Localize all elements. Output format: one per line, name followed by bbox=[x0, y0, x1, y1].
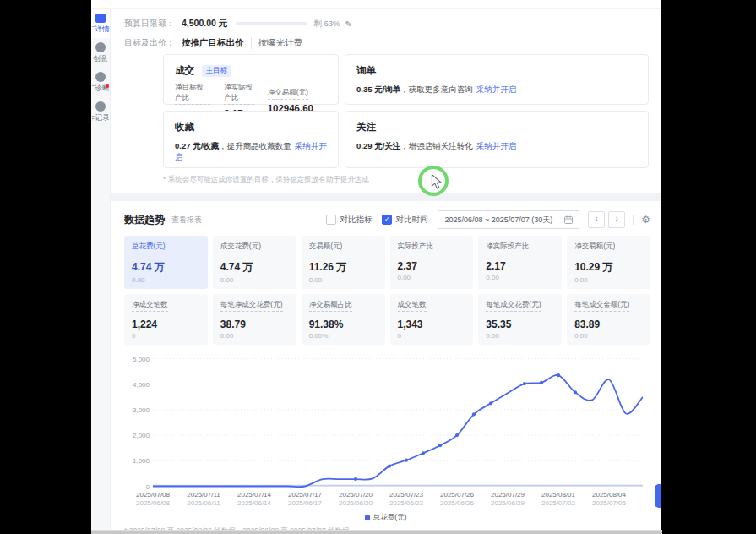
data-point-marker[interactable] bbox=[523, 382, 526, 385]
metric-card-value: 10.29 万 bbox=[574, 260, 643, 275]
x-tick-date-current: 2025/08/01 bbox=[541, 491, 575, 499]
sidebar-item-label: 操作记录 bbox=[92, 113, 110, 122]
x-tick-date-compare: 2025/06/23 bbox=[389, 499, 423, 508]
metric-label: 净交易额(元) bbox=[268, 88, 308, 100]
y-tick-label: 2,000 bbox=[133, 432, 150, 439]
mini-sidebar: 推广详情 创意 推广诊断 操作记录 bbox=[91, 9, 111, 530]
data-point-marker[interactable] bbox=[422, 451, 425, 455]
metric-card-compare-value: 0.00 bbox=[309, 276, 378, 284]
data-point-marker[interactable] bbox=[388, 465, 391, 468]
section-divider bbox=[111, 193, 661, 201]
trend-chart: 01,0002,0003,0004,0005,000 2025/07/08202… bbox=[124, 355, 652, 510]
sidebar-item-label: 创意 bbox=[92, 54, 110, 63]
x-axis-labels: 2025/07/082025/06/082025/07/112025/06/11… bbox=[153, 491, 652, 509]
line-chart-plot bbox=[153, 355, 643, 488]
metric-card[interactable]: 净交易额(元)10.29 万0.00 bbox=[567, 236, 650, 289]
data-point-marker[interactable] bbox=[455, 433, 459, 437]
sidebar-item-diagnosis[interactable]: 推广诊断 bbox=[91, 68, 110, 97]
metric-card[interactable]: 净实际投产比2.170.00 bbox=[478, 236, 562, 289]
floating-side-tab[interactable] bbox=[655, 484, 661, 508]
metric-card[interactable]: 交易额(元)11.26 万0.00 bbox=[302, 236, 385, 289]
metric-card[interactable]: 每笔净成交花费(元)38.790.00 bbox=[213, 294, 296, 345]
metric-label: 净实际投产比 bbox=[224, 83, 253, 105]
x-tick-date-compare: 2025/06/11 bbox=[187, 499, 220, 508]
goal-card-inquiry: 询单 0.35 元/询单，获取更多意向咨询采纳并开启 bbox=[345, 54, 649, 105]
sidebar-item-creative[interactable]: 创意 bbox=[91, 38, 110, 68]
metric-card-value: 91.38% bbox=[309, 319, 378, 330]
date-range-picker[interactable]: 2025/06/08 ~ 2025/07/07 (30天) bbox=[438, 210, 579, 229]
metric-card-label: 交易额(元) bbox=[309, 242, 343, 253]
metric-card-compare-value: 0 bbox=[132, 332, 200, 340]
metric-card[interactable]: 实际投产比2.370.00 bbox=[390, 236, 474, 289]
adopt-enable-link[interactable]: 采纳并开启 bbox=[476, 84, 517, 94]
x-tick-date-current: 2025/07/23 bbox=[389, 491, 423, 499]
budget-value: 4,500.00 元 bbox=[182, 18, 227, 30]
data-point-marker[interactable] bbox=[489, 401, 492, 405]
bulb-icon bbox=[95, 42, 106, 52]
metric-card-value: 35.35 bbox=[486, 319, 554, 330]
metric-card[interactable]: 每笔成交金额(元)83.890.00 bbox=[567, 294, 650, 345]
compare-metric-label: 对比指标 bbox=[340, 215, 372, 226]
data-point-marker[interactable] bbox=[574, 390, 577, 394]
sidebar-item-history[interactable]: 操作记录 bbox=[91, 97, 110, 127]
data-point-marker[interactable] bbox=[540, 381, 543, 384]
tab-bid-by-exposure[interactable]: 按曝光计费 bbox=[251, 37, 303, 49]
clock-icon bbox=[95, 101, 106, 112]
metric-card-label: 净交易额(元) bbox=[574, 242, 615, 253]
goal-price: 0.27 元/收藏 bbox=[175, 141, 219, 150]
metric-card-compare-value: 0.00 bbox=[574, 332, 643, 340]
x-tick-date-compare: 2025/06/26 bbox=[440, 499, 474, 508]
x-tick: 2025/07/172025/06/17 bbox=[288, 491, 322, 508]
data-point-marker[interactable] bbox=[438, 444, 442, 447]
metric-card[interactable]: 总花费(元)4.74 万0.00 bbox=[124, 236, 208, 289]
x-tick: 2025/08/012025/07/02 bbox=[541, 491, 575, 508]
data-point-marker[interactable] bbox=[405, 459, 408, 462]
x-tick-date-compare: 2025/06/20 bbox=[339, 499, 373, 508]
prev-period-button[interactable]: ‹ bbox=[588, 211, 605, 228]
goal-card-follow: 关注 0.29 元/关注，增强店铺关注转化采纳并开启 bbox=[345, 111, 649, 168]
goal-card-favorite: 收藏 0.27 元/收藏，提升商品收藏数量采纳并开启 bbox=[163, 111, 339, 168]
budget-progressbar bbox=[236, 22, 307, 25]
y-tick-label: 1,000 bbox=[133, 457, 150, 465]
adopt-enable-link[interactable]: 采纳并开启 bbox=[476, 141, 517, 150]
budget-label: 预算日限额： bbox=[124, 18, 175, 30]
metric-card-value: 4.74 万 bbox=[220, 260, 289, 275]
tab-bid-by-goal[interactable]: 按推广目标出价 bbox=[182, 37, 244, 49]
compare-metric-checkbox[interactable] bbox=[326, 215, 336, 225]
metric-card[interactable]: 成交笔数1,3430 bbox=[390, 294, 474, 345]
metric-card-compare-value: 0.00% bbox=[309, 332, 378, 340]
calendar-icon bbox=[564, 215, 573, 224]
data-point-marker[interactable] bbox=[557, 373, 560, 377]
x-tick-date-current: 2025/07/11 bbox=[187, 491, 220, 499]
x-tick: 2025/07/112025/06/11 bbox=[187, 491, 220, 508]
metric-card-label: 实际投产比 bbox=[398, 242, 434, 253]
x-tick: 2025/07/232025/06/23 bbox=[389, 491, 423, 508]
x-tick-date-current: 2025/07/26 bbox=[440, 491, 474, 499]
data-point-marker[interactable] bbox=[354, 477, 357, 481]
horizontal-scrollbar[interactable] bbox=[91, 530, 662, 534]
sidebar-item-detail[interactable]: 推广详情 bbox=[91, 9, 110, 38]
y-tick-label: 3,000 bbox=[133, 406, 150, 414]
x-tick: 2025/07/262025/06/26 bbox=[440, 491, 474, 508]
trend-header: 数据趋势 查看报表 对比指标 ✓ 对比时间 2025/06/08 ~ 2025/… bbox=[111, 201, 661, 236]
x-tick-date-compare: 2025/07/02 bbox=[541, 499, 575, 508]
x-tick-date-current: 2025/07/29 bbox=[491, 491, 525, 499]
x-tick: 2025/08/042025/07/05 bbox=[592, 491, 626, 508]
camera-icon bbox=[95, 72, 106, 82]
next-period-button[interactable]: › bbox=[608, 211, 625, 228]
primary-goal-badge: 主目标 bbox=[202, 65, 231, 77]
metric-card-compare-value: 0.00 bbox=[486, 332, 554, 340]
metric-card[interactable]: 净交易额占比91.38%0.00% bbox=[302, 294, 385, 345]
metric-card[interactable]: 每笔成交花费(元)35.350.00 bbox=[478, 294, 562, 345]
x-tick: 2025/07/202025/06/20 bbox=[339, 491, 373, 508]
view-report-link[interactable]: 查看报表 bbox=[171, 215, 202, 226]
series-current-line bbox=[153, 375, 643, 487]
metric-card[interactable]: 成交花费(元)4.74 万0.00 bbox=[213, 236, 296, 289]
bidding-label: 目标及出价： bbox=[124, 37, 175, 49]
compare-time-checkbox[interactable]: ✓ bbox=[382, 215, 392, 225]
gear-icon[interactable]: ⚙ bbox=[641, 214, 650, 226]
metric-card-value: 83.89 bbox=[574, 319, 643, 330]
budget-edit-icon[interactable]: ✎ bbox=[345, 19, 351, 29]
metric-card[interactable]: 净成交笔数1,2240 bbox=[124, 294, 208, 345]
data-point-marker[interactable] bbox=[472, 412, 476, 416]
